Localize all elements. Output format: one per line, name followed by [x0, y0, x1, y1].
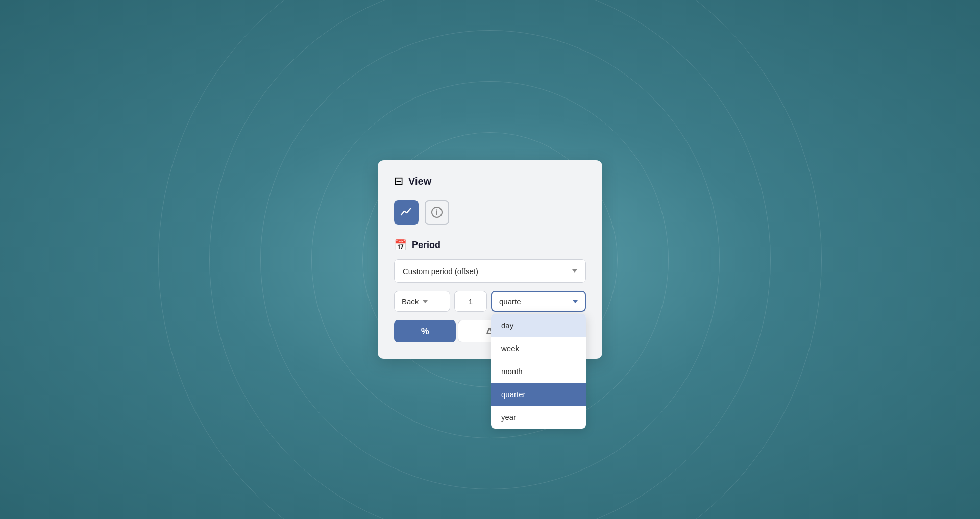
unit-select-wrapper: quarte day week month quarter year	[491, 291, 586, 312]
period-select-wrapper: Custom period (offset)	[394, 259, 586, 283]
back-select[interactable]: Back	[394, 291, 450, 312]
calendar-icon: 📅	[394, 239, 407, 251]
back-select-label: Back	[402, 297, 419, 306]
chart-icon	[400, 206, 413, 219]
view-icons-row	[394, 200, 586, 225]
dropdown-item-quarter[interactable]: quarter	[491, 383, 586, 406]
dropdown-item-day[interactable]: day	[491, 314, 586, 337]
number-input[interactable]	[454, 291, 487, 312]
unit-select[interactable]: quarte	[491, 291, 586, 312]
dropdown-item-year[interactable]: year	[491, 406, 586, 429]
percent-button[interactable]: %	[394, 320, 456, 342]
info-icon	[430, 206, 444, 219]
chart-view-button[interactable]	[394, 200, 419, 225]
period-title: Period	[412, 240, 440, 251]
period-select-chevron-icon	[572, 269, 577, 273]
select-divider	[566, 266, 566, 276]
view-panel: ⊟ View 📅 Period Custom period (offset)	[378, 160, 602, 359]
sliders-icon: ⊟	[394, 175, 403, 188]
period-select[interactable]: Custom period (offset)	[394, 259, 586, 283]
controls-row: Back quarte day week month	[394, 291, 586, 312]
svg-point-2	[436, 209, 437, 210]
period-section-header: 📅 Period	[394, 239, 586, 251]
unit-select-label: quarte	[499, 297, 521, 306]
unit-select-chevron-icon	[573, 300, 578, 303]
info-view-button[interactable]	[425, 200, 449, 225]
back-select-chevron-icon	[423, 300, 428, 303]
dropdown-item-week[interactable]: week	[491, 337, 586, 360]
dropdown-item-month[interactable]: month	[491, 360, 586, 383]
period-select-value: Custom period (offset)	[403, 267, 478, 276]
panel-title: View	[408, 176, 431, 187]
panel-header: ⊟ View	[394, 175, 586, 188]
unit-dropdown-menu: day week month quarter year	[491, 314, 586, 429]
